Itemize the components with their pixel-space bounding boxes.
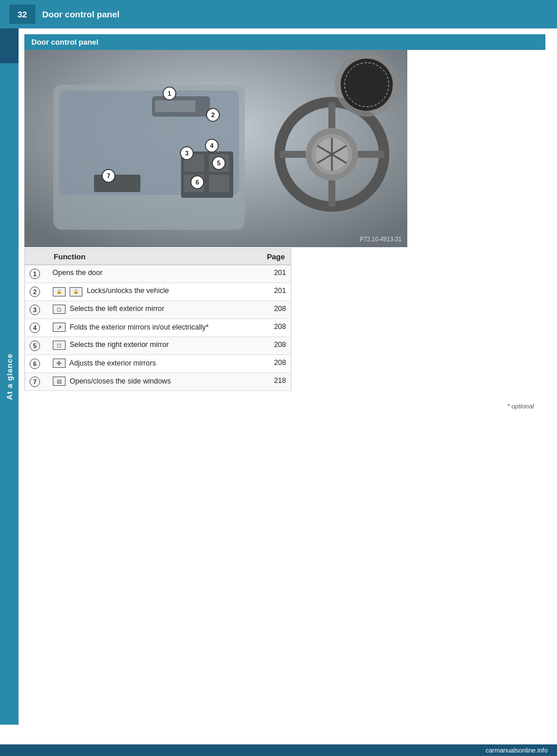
svg-rect-9 xyxy=(209,175,229,192)
col-function-header: Function xyxy=(48,249,261,265)
row-number-cell: 2 xyxy=(25,283,48,301)
item-number-4: 4 xyxy=(30,323,40,333)
function-cell-3: ◻ Selects the left exterior mirror xyxy=(48,301,261,319)
row-number-cell: 5 xyxy=(25,337,48,355)
svg-text:5: 5 xyxy=(217,160,220,167)
svg-text:1: 1 xyxy=(168,90,171,97)
item-number-1: 1 xyxy=(30,269,40,279)
row-number-cell: 1 xyxy=(25,265,48,283)
function-cell-2: 🔒 🔓 Locks/unlocks the vehicle xyxy=(48,283,261,301)
image-caption: P72.10-4913-31 xyxy=(360,236,402,243)
left-mirror-icon: ◻ xyxy=(53,305,66,314)
function-cell-5: ◻ Selects the right exterior mirror xyxy=(48,337,261,355)
section-header: Door control panel xyxy=(24,34,545,50)
table-row: 5 ◻ Selects the right exterior mirror 20… xyxy=(25,337,291,355)
table-row: 1 Opens the door 201 xyxy=(25,265,291,283)
unlock-icon: 🔓 xyxy=(70,287,82,296)
page-cell-5: 208 xyxy=(261,337,291,355)
page-cell-7: 218 xyxy=(261,373,291,391)
sidebar-label: At a glance xyxy=(5,353,14,400)
row-number-cell: 4 xyxy=(25,319,48,337)
fold-mirror-icon: ↗ xyxy=(53,323,66,332)
svg-text:4: 4 xyxy=(210,142,214,149)
col-num-header xyxy=(25,249,48,265)
svg-rect-4 xyxy=(155,100,196,112)
item-number-5: 5 xyxy=(30,341,40,351)
row-number-cell: 7 xyxy=(25,373,48,391)
row-number-cell: 6 xyxy=(25,355,48,373)
table-row: 2 🔒 🔓 Locks/unlocks the vehicle 201 xyxy=(25,283,291,301)
website-footer: carmanualsonline.info xyxy=(0,744,557,756)
top-header: 32 Door control panel xyxy=(0,0,557,28)
page-cell-4: 208 xyxy=(261,319,291,337)
svg-text:3: 3 xyxy=(185,150,189,157)
table-row: 3 ◻ Selects the left exterior mirror 208 xyxy=(25,301,291,319)
svg-text:6: 6 xyxy=(196,179,199,186)
header-title: Door control panel xyxy=(42,9,120,19)
table-row: 6 ✛ Adjusts the exterior mirrors 208 xyxy=(25,355,291,373)
item-number-2: 2 xyxy=(30,287,40,297)
sidebar: At a glance xyxy=(0,28,19,725)
function-cell-7: ⊟ Opens/closes the side windows xyxy=(48,373,261,391)
page-cell-2: 201 xyxy=(261,283,291,301)
table-row: 7 ⊟ Opens/closes the side windows 218 xyxy=(25,373,291,391)
page-cell-6: 208 xyxy=(261,355,291,373)
function-table: Function Page 1 Opens the door 201 xyxy=(24,248,291,391)
function-cell-4: ↗ Folds the exterior mirrors in/out elec… xyxy=(48,319,261,337)
row-number-cell: 3 xyxy=(25,301,48,319)
adjust-mirror-icon: ✛ xyxy=(53,359,66,368)
page-cell-1: 201 xyxy=(261,265,291,283)
page-number: 32 xyxy=(9,5,35,24)
right-mirror-icon: ◻ xyxy=(53,341,66,350)
svg-point-23 xyxy=(341,59,393,111)
optional-note: * optional xyxy=(24,403,545,410)
sidebar-marker xyxy=(0,28,19,63)
page-cell-3: 208 xyxy=(261,301,291,319)
col-page-header: Page xyxy=(261,249,291,265)
svg-rect-10 xyxy=(94,175,140,192)
function-cell-6: ✛ Adjusts the exterior mirrors xyxy=(48,355,261,373)
main-content: Door control panel xyxy=(19,28,557,725)
item-number-7: 7 xyxy=(30,377,40,387)
window-icon: ⊟ xyxy=(53,377,66,386)
table-row: 4 ↗ Folds the exterior mirrors in/out el… xyxy=(25,319,291,337)
svg-text:7: 7 xyxy=(107,172,110,179)
function-cell-1: Opens the door xyxy=(48,265,261,283)
lock-icon: 🔒 xyxy=(53,287,66,296)
item-number-6: 6 xyxy=(30,359,40,369)
item-number-3: 3 xyxy=(30,305,40,315)
door-panel-image: 1 2 3 4 5 6 7 P72 xyxy=(24,50,407,247)
svg-text:2: 2 xyxy=(211,111,215,118)
